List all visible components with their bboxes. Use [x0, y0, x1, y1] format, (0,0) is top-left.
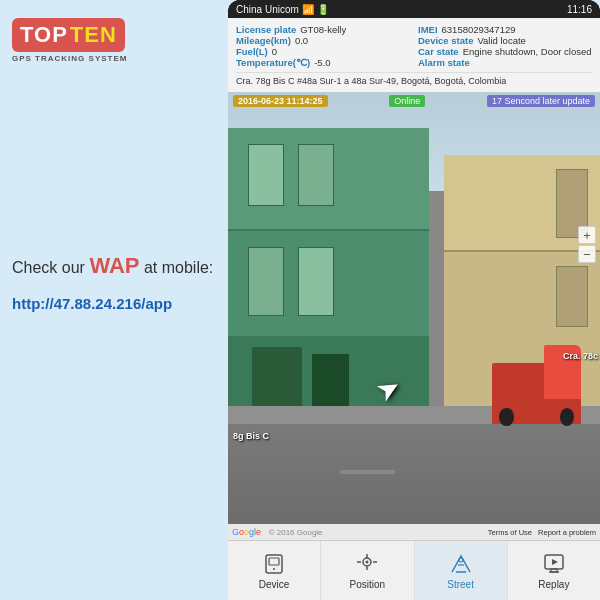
online-badge: Online: [389, 95, 425, 107]
tab-street[interactable]: Street: [415, 541, 508, 600]
position-icon: [355, 552, 379, 576]
fuel-value: 0: [272, 46, 277, 57]
mileage-row: Mileage(km) 0.0: [236, 35, 410, 46]
logo-area: TOP TEN GPS TRACKING SYSTEM: [12, 18, 127, 63]
zoom-controls: + −: [578, 226, 596, 263]
copyright-text: © 2016 Google: [269, 528, 323, 537]
zoom-out-button[interactable]: −: [578, 245, 596, 263]
temperature-value: -5.0: [314, 57, 330, 68]
mileage-label: Mileage(km): [236, 35, 291, 46]
tab-position-label: Position: [350, 579, 386, 590]
info-grid: License plate GT08-kelly Mileage(km) 0.0…: [236, 24, 592, 68]
replay-icon: [542, 552, 566, 576]
left-panel: TOP TEN GPS TRACKING SYSTEM Check our WA…: [0, 0, 230, 600]
license-label: License plate: [236, 24, 296, 35]
device-icon: [262, 552, 286, 576]
status-right: 11:16: [567, 4, 592, 15]
tab-street-label: Street: [447, 579, 474, 590]
check-text: Check our: [12, 259, 89, 276]
logo-top: TOP: [20, 22, 68, 48]
logo-subtitle: GPS TRACKING SYSTEM: [12, 54, 127, 63]
svg-marker-8: [552, 559, 558, 565]
logo-box: TOP TEN: [12, 18, 125, 52]
wap-promo-text: Check our WAP at mobile:: [12, 253, 213, 279]
car-state-row: Car state Engine shutdown, Door closed: [418, 46, 592, 57]
update-badge: 17 Sencond later update: [487, 95, 595, 107]
fuel-row: Fuel(L) 0: [236, 46, 410, 57]
carrier-text: China Unicom: [236, 4, 299, 15]
at-mobile-text: at mobile:: [140, 259, 214, 276]
tab-device[interactable]: Device: [228, 541, 321, 600]
address-text: Cra. 78g Bis C #48a Sur-1 a 48a Sur-49, …: [236, 72, 592, 86]
street-icon: [449, 552, 473, 576]
car-state-label: Car state: [418, 46, 459, 57]
license-row: License plate GT08-kelly: [236, 24, 410, 35]
license-value: GT08-kelly: [300, 24, 346, 35]
street-scene: [228, 92, 600, 540]
clock: 11:16: [567, 4, 592, 15]
device-state-label: Device state: [418, 35, 473, 46]
imei-value: 63158029347129: [442, 24, 516, 35]
mileage-value: 0.0: [295, 35, 308, 46]
google-links: Terms of Use Report a problem: [488, 528, 596, 537]
map-label-cra: Cra. 78c: [563, 351, 598, 361]
svg-point-2: [273, 568, 275, 570]
tab-position[interactable]: Position: [321, 541, 414, 600]
car-state-value: Engine shutdown, Door closed: [463, 46, 592, 57]
info-col-right: IMEI 63158029347129 Device state Valid l…: [418, 24, 592, 68]
terms-link[interactable]: Terms of Use: [488, 528, 532, 537]
svg-rect-1: [269, 558, 279, 565]
map-area[interactable]: 2016-06-23 11:14:25 Online 17 Sencond la…: [228, 92, 600, 540]
alarm-label: Alarm state: [418, 57, 470, 68]
bottom-tabs: Device Position Street: [228, 540, 600, 600]
alarm-row: Alarm state: [418, 57, 592, 68]
temperature-row: Temperature(℃) -5.0: [236, 57, 410, 68]
wap-url-link[interactable]: http://47.88.24.216/app: [12, 295, 172, 312]
road: [228, 424, 600, 540]
status-left: China Unicom 📶 🔋: [236, 4, 329, 15]
phone-frame: China Unicom 📶 🔋 11:16 License plate GT0…: [228, 0, 600, 600]
map-label-bis: 8g Bis C: [233, 431, 269, 441]
google-logo: Google © 2016 Google: [232, 527, 323, 537]
tab-device-label: Device: [259, 579, 290, 590]
info-card: License plate GT08-kelly Mileage(km) 0.0…: [228, 18, 600, 92]
zoom-in-button[interactable]: +: [578, 226, 596, 244]
tab-replay-label: Replay: [538, 579, 569, 590]
imei-row: IMEI 63158029347129: [418, 24, 592, 35]
timestamp-badge: 2016-06-23 11:14:25: [233, 95, 328, 107]
device-state-value: Valid locate: [477, 35, 525, 46]
report-link[interactable]: Report a problem: [538, 528, 596, 537]
info-col-left: License plate GT08-kelly Mileage(km) 0.0…: [236, 24, 410, 68]
temperature-label: Temperature(℃): [236, 57, 310, 68]
google-bar: Google © 2016 Google Terms of Use Report…: [228, 524, 600, 540]
device-state-row: Device state Valid locate: [418, 35, 592, 46]
imei-label: IMEI: [418, 24, 438, 35]
status-bar: China Unicom 📶 🔋 11:16: [228, 0, 600, 18]
tab-replay[interactable]: Replay: [508, 541, 600, 600]
fuel-label: Fuel(L): [236, 46, 268, 57]
logo-ten: TEN: [70, 22, 117, 48]
wap-highlight: WAP: [89, 253, 139, 278]
status-icons: 📶 🔋: [302, 4, 329, 15]
svg-point-4: [366, 560, 369, 563]
map-overlay-top: 2016-06-23 11:14:25 Online 17 Sencond la…: [228, 92, 600, 110]
